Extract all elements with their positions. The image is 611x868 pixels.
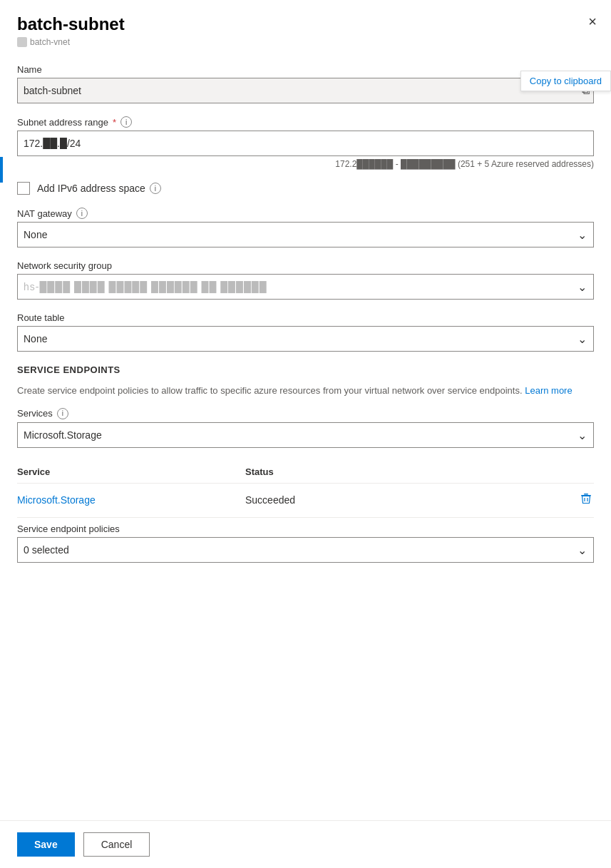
table-row: Microsoft.Storage Succeeded — [17, 484, 594, 518]
services-info-icon[interactable]: i — [57, 408, 68, 419]
policies-select-wrapper: 0 selected ⌄ — [17, 537, 594, 563]
route-table-label: Route table — [17, 312, 594, 323]
panel-subtitle: batch-vnet — [17, 37, 594, 47]
row-service-value: Microsoft.Storage — [17, 494, 245, 506]
service-endpoints-section: SERVICE ENDPOINTS Create service endpoin… — [17, 364, 594, 563]
name-input[interactable] — [17, 78, 594, 103]
ipv6-label: Add IPv6 address space i — [37, 183, 161, 194]
ipv6-checkbox-row: Add IPv6 address space i — [17, 182, 594, 195]
service-endpoints-title: SERVICE ENDPOINTS — [17, 364, 594, 375]
name-field-group: Name ⧉ — [17, 64, 594, 103]
panel-body: Name ⧉ Subnet address range * i 172.2███… — [0, 53, 611, 633]
route-table-select-wrapper: None ⌄ — [17, 326, 594, 352]
row-status-value: Succeeded — [245, 494, 573, 506]
ipv6-info-icon[interactable]: i — [150, 183, 161, 194]
nat-gateway-field-group: NAT gateway i None ⌄ — [17, 208, 594, 247]
services-select[interactable]: Microsoft.Storage — [17, 422, 594, 448]
copy-tooltip-text: Copy to clipboard — [530, 76, 602, 86]
copy-tooltip: Copy to clipboard — [520, 71, 611, 91]
cancel-button[interactable]: Cancel — [83, 832, 150, 857]
policies-field-group: Service endpoint policies 0 selected ⌄ — [17, 524, 594, 563]
policies-select[interactable]: 0 selected — [17, 537, 594, 563]
address-range-note: 172.2██████ - █████████ (251 + 5 Azure r… — [17, 159, 594, 169]
ipv6-checkbox[interactable] — [17, 182, 30, 195]
main-panel: batch-subnet batch-vnet × Copy to clipbo… — [0, 0, 611, 868]
learn-more-link[interactable]: Learn more — [525, 385, 572, 396]
nsg-value: hs-████ ████ █████ ██████ ██ ██████ — [24, 281, 267, 292]
panel-footer: Save Cancel — [0, 820, 611, 868]
nsg-select[interactable]: hs-████ ████ █████ ██████ ██ ██████ — [17, 274, 594, 300]
nat-gateway-select[interactable]: None — [17, 222, 594, 247]
route-table-field-group: Route table None ⌄ — [17, 312, 594, 352]
required-indicator: * — [113, 117, 116, 128]
services-label: Services i — [17, 408, 594, 419]
subnet-address-range-field-group: Subnet address range * i 172.2██████ - █… — [17, 116, 594, 169]
breadcrumb-icon — [17, 37, 27, 47]
subnet-address-input-wrapper — [17, 131, 594, 156]
services-field-group: Services i Microsoft.Storage ⌄ — [17, 408, 594, 448]
nat-gateway-label: NAT gateway i — [17, 208, 594, 219]
name-label: Name — [17, 64, 594, 75]
panel-subtitle-text: batch-vnet — [30, 37, 70, 47]
close-button[interactable]: × — [588, 14, 597, 29]
subnet-info-icon[interactable]: i — [120, 116, 132, 128]
route-table-select[interactable]: None — [17, 326, 594, 352]
panel-title: batch-subnet — [17, 14, 594, 34]
panel-header: batch-subnet batch-vnet × — [0, 0, 611, 53]
save-button[interactable]: Save — [17, 832, 75, 857]
subnet-address-input[interactable] — [17, 131, 594, 156]
col-status-header: Status — [245, 466, 594, 477]
policies-label: Service endpoint policies — [17, 524, 594, 534]
delete-row-button[interactable] — [578, 491, 594, 510]
col-service-header: Service — [17, 466, 245, 477]
service-endpoints-info: Create service endpoint policies to allo… — [17, 384, 594, 398]
nsg-select-wrapper: hs-████ ████ █████ ██████ ██ ██████ ⌄ — [17, 274, 594, 300]
nsg-label: Network security group — [17, 260, 594, 271]
nat-info-icon[interactable]: i — [76, 208, 88, 219]
name-input-wrapper: ⧉ — [17, 78, 594, 103]
nsg-field-group: Network security group hs-████ ████ ████… — [17, 260, 594, 300]
services-select-wrapper: Microsoft.Storage ⌄ — [17, 422, 594, 448]
services-table-header: Service Status — [17, 461, 594, 484]
trash-icon — [580, 492, 592, 505]
row-action — [573, 491, 594, 510]
nat-gateway-select-wrapper: None ⌄ — [17, 222, 594, 247]
svg-rect-1 — [584, 494, 588, 495]
subnet-address-label: Subnet address range * i — [17, 116, 594, 128]
